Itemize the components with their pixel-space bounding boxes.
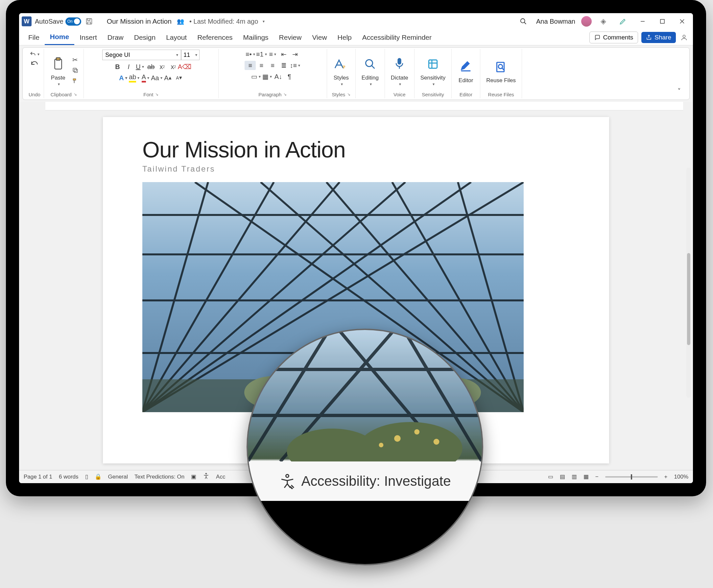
account-icon[interactable]: [679, 33, 689, 42]
sort-icon[interactable]: A↓: [273, 72, 284, 81]
paste-button[interactable]: Paste ▾: [47, 53, 69, 88]
line-spacing-icon[interactable]: ↕≡▾: [289, 61, 300, 70]
highlight-icon[interactable]: ab▾: [128, 73, 140, 83]
search-icon[interactable]: [515, 15, 531, 28]
styles-button[interactable]: Styles ▾: [330, 53, 352, 88]
tab-home[interactable]: Home: [45, 29, 74, 45]
italic-icon[interactable]: I: [123, 62, 134, 71]
svg-rect-6: [56, 58, 60, 61]
status-language-icon[interactable]: ▯: [85, 473, 88, 480]
document-subheading[interactable]: Tailwind Traders: [142, 164, 570, 173]
clear-format-icon[interactable]: A⌫: [179, 62, 190, 71]
status-general[interactable]: General: [108, 474, 128, 480]
editing-button[interactable]: Editing ▾: [359, 53, 381, 88]
scrollbar-thumb[interactable]: [687, 253, 690, 345]
bold-icon[interactable]: B: [112, 62, 123, 71]
font-name-dropdown[interactable]: Segoe UI▾: [102, 50, 181, 60]
tab-help[interactable]: Help: [332, 30, 357, 45]
shading-icon[interactable]: ▭▾: [250, 72, 261, 81]
autosave-label: AutoSave: [35, 18, 63, 25]
tab-accessibility-reminder[interactable]: Accessibility Reminder: [357, 30, 437, 45]
change-case-icon[interactable]: Aa▾: [151, 73, 162, 83]
magnifier-text[interactable]: Accessibility: Investigate: [301, 473, 451, 489]
tab-draw[interactable]: Draw: [102, 30, 129, 45]
numbering-icon[interactable]: ≡1▾: [256, 50, 267, 59]
zoom-out-icon[interactable]: −: [595, 474, 599, 480]
avatar[interactable]: [581, 16, 592, 27]
outdent-icon[interactable]: ⇤: [278, 50, 289, 59]
undo-icon[interactable]: ▾: [29, 50, 39, 59]
borders-icon[interactable]: ▦▾: [261, 72, 273, 81]
diamond-icon[interactable]: ◈: [595, 15, 611, 28]
reuse-files-icon: [493, 57, 509, 77]
status-predictions[interactable]: Text Predictions: On: [134, 474, 184, 480]
align-left-icon[interactable]: ≡: [245, 61, 256, 70]
share-button[interactable]: Share: [641, 32, 676, 43]
status-words[interactable]: 6 words: [59, 474, 79, 480]
vertical-scrollbar[interactable]: [686, 168, 691, 398]
close-button[interactable]: [674, 15, 690, 28]
format-painter-icon[interactable]: [70, 76, 80, 85]
grow-font-icon[interactable]: A▴: [162, 73, 173, 83]
comments-button[interactable]: Comments: [589, 31, 638, 43]
font-color-icon[interactable]: A▾: [140, 73, 151, 83]
show-marks-icon[interactable]: ¶: [284, 72, 295, 81]
cut-icon[interactable]: ✂: [70, 55, 80, 64]
underline-icon[interactable]: U▾: [134, 62, 145, 71]
status-accessibility[interactable]: Acc: [216, 474, 225, 480]
align-center-icon[interactable]: ≡: [256, 61, 267, 70]
group-label-font: Font↘: [143, 91, 159, 98]
ruler[interactable]: [45, 102, 683, 110]
user-name[interactable]: Ana Bowman: [536, 18, 575, 25]
zoom-in-icon[interactable]: +: [664, 474, 668, 480]
status-macros-icon[interactable]: ▣: [191, 473, 196, 480]
autosave-toggle[interactable]: AutoSave On: [35, 17, 81, 26]
last-modified[interactable]: • Last Modified: 4m ago: [189, 18, 258, 25]
save-icon[interactable]: [84, 17, 94, 26]
tab-layout[interactable]: Layout: [161, 30, 192, 45]
collapse-ribbon-icon[interactable]: ˅: [674, 86, 684, 96]
chevron-down-icon[interactable]: ▾: [263, 19, 265, 24]
redo-icon[interactable]: [29, 60, 39, 69]
tab-file[interactable]: File: [23, 30, 45, 45]
tab-insert[interactable]: Insert: [74, 30, 102, 45]
sensitivity-button[interactable]: Sensitivity ▾: [418, 53, 448, 88]
justify-icon[interactable]: ≣: [278, 61, 289, 70]
maximize-button[interactable]: [654, 15, 671, 28]
text-effects-icon[interactable]: A▾: [117, 73, 128, 83]
tab-references[interactable]: References: [192, 30, 238, 45]
bullets-icon[interactable]: ≡•▾: [245, 50, 256, 59]
align-right-icon[interactable]: ≡: [267, 61, 278, 70]
toggle-switch-icon[interactable]: On: [65, 17, 81, 26]
dictate-button[interactable]: Dictate ▾: [388, 53, 411, 88]
status-lock-icon[interactable]: 🔒: [95, 473, 102, 480]
reuse-files-button[interactable]: Reuse Files: [484, 56, 518, 85]
tab-view[interactable]: View: [307, 30, 332, 45]
indent-icon[interactable]: ⇥: [289, 50, 300, 59]
accessibility-person-icon[interactable]: [203, 472, 209, 481]
superscript-icon[interactable]: x2: [168, 62, 179, 71]
document-title[interactable]: Our Mission in Action: [107, 17, 172, 25]
subscript-icon[interactable]: x2: [156, 62, 168, 71]
status-print-layout-icon[interactable]: ▤: [560, 473, 565, 480]
strikethrough-icon[interactable]: ab: [145, 62, 156, 71]
status-page[interactable]: Page 1 of 1: [24, 474, 52, 480]
tab-mailings[interactable]: Mailings: [238, 30, 274, 45]
zoom-thumb[interactable]: [631, 474, 632, 480]
shrink-font-icon[interactable]: A▾: [173, 73, 184, 83]
tab-design[interactable]: Design: [129, 30, 161, 45]
copy-icon[interactable]: [70, 66, 80, 75]
tab-review[interactable]: Review: [274, 30, 307, 45]
font-size-dropdown[interactable]: 11▾: [181, 50, 200, 60]
status-read-mode-icon[interactable]: ▥: [572, 473, 577, 480]
minimize-button[interactable]: [634, 15, 651, 28]
multilevel-icon[interactable]: ≡▾: [267, 50, 278, 59]
status-focus-icon[interactable]: ▭: [548, 473, 553, 480]
document-heading[interactable]: Our Mission in Action: [142, 137, 570, 162]
sharing-people-icon[interactable]: 👥: [177, 18, 184, 25]
status-web-layout-icon[interactable]: ▦: [584, 473, 589, 480]
zoom-slider[interactable]: [605, 476, 658, 478]
pen-icon[interactable]: [615, 15, 631, 28]
editor-button[interactable]: Editor: [455, 56, 477, 85]
zoom-value[interactable]: 100%: [674, 474, 688, 480]
